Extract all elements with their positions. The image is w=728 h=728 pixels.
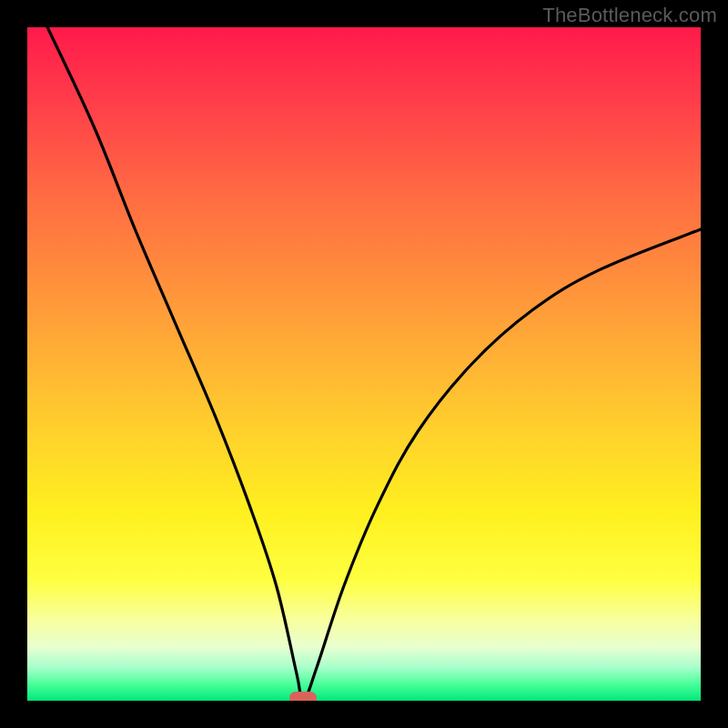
optimum-marker — [289, 692, 317, 701]
attribution-text: TheBottleneck.com — [542, 4, 717, 27]
bottleneck-curve — [47, 27, 701, 701]
plot-area — [27, 27, 701, 701]
chart-container: TheBottleneck.com — [0, 0, 728, 728]
curve-layer — [27, 27, 701, 701]
